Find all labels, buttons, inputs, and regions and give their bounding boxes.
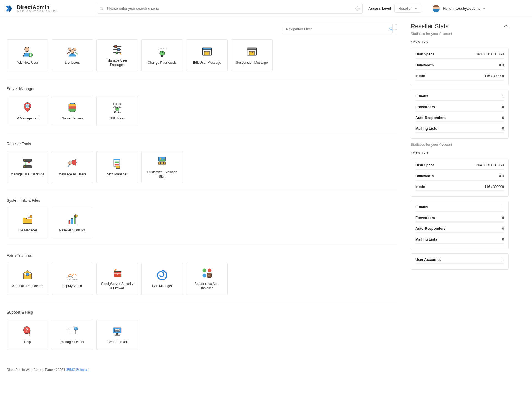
- view-more-link[interactable]: View more: [411, 150, 509, 154]
- gear-icon[interactable]: [355, 6, 360, 11]
- nav-card[interactable]: Add New User: [7, 39, 48, 71]
- stats-header[interactable]: Reseller Stats: [411, 23, 509, 30]
- svg-rect-20: [161, 55, 163, 57]
- card-label: Skin Manager: [107, 172, 127, 177]
- view-more-link[interactable]: View more: [411, 40, 509, 44]
- stat-bar: [415, 190, 504, 191]
- search-icon[interactable]: [389, 27, 393, 31]
- nav-card[interactable]: Manage User Packages: [96, 39, 138, 71]
- search-input[interactable]: [97, 4, 363, 14]
- mail-window2-icon: [246, 46, 258, 58]
- stat-row: Auto-Responders0: [415, 226, 504, 233]
- stat-row: Forwarders0: [415, 216, 504, 223]
- stat-row: Forwarders0: [415, 105, 504, 112]
- nav-card[interactable]: HELPCreate Ticket: [96, 320, 138, 350]
- stat-value: 0: [502, 127, 504, 131]
- section: System Info & FilesFile Manager$Reseller…: [7, 198, 397, 245]
- card-label: List Users: [65, 61, 80, 65]
- stat-value: 1: [502, 258, 504, 262]
- nav-card[interactable]: LVE Manager: [141, 263, 183, 295]
- svg-rect-54: [71, 218, 73, 224]
- card-label: ConfigServer Security & Firewall: [99, 282, 135, 290]
- nav-card[interactable]: Webmail: Roundcube: [7, 263, 48, 295]
- card-label: Manage Tickets: [61, 340, 84, 344]
- stat-label: Disk Space: [415, 52, 434, 56]
- svg-rect-46: [158, 162, 160, 164]
- nav-card[interactable]: phpMyAdminphpMyAdmin: [52, 263, 93, 295]
- stat-row: Bandwidth0 B: [415, 63, 504, 70]
- footer-link[interactable]: JBMC Software: [66, 368, 89, 372]
- nav-card[interactable]: Name Servers: [52, 96, 93, 126]
- svg-rect-33: [117, 107, 118, 109]
- search-icon: [99, 7, 103, 11]
- card-label: phpMyAdmin: [63, 284, 82, 288]
- nav-card[interactable]: ?Manage Tickets: [52, 320, 93, 350]
- svg-text:HELP: HELP: [115, 330, 120, 331]
- nav-card[interactable]: Manage User Backups: [7, 151, 48, 183]
- svg-rect-43: [116, 166, 120, 168]
- card-label: File Manager: [18, 228, 37, 233]
- card-label: Webmail: Roundcube: [12, 284, 44, 288]
- nav-card[interactable]: ConfigServer Security & Firewall: [96, 263, 138, 295]
- svg-rect-13: [118, 48, 120, 50]
- main-content: Add New UserList UsersManage User Packag…: [0, 17, 405, 380]
- section-title: System Info & Files: [7, 198, 397, 203]
- card-label: Message All Users: [58, 172, 86, 177]
- resize-handle[interactable]: [395, 24, 397, 34]
- svg-point-0: [100, 7, 102, 9]
- stat-bar: [415, 180, 504, 181]
- firewall-icon: [111, 267, 123, 279]
- access-level-dropdown[interactable]: Reseller: [394, 4, 421, 13]
- stat-box: E-mails1Forwarders0Auto-Responders0Maili…: [411, 90, 509, 139]
- nav-card[interactable]: Suspension Message: [231, 39, 273, 71]
- stat-row: E-mails1: [415, 94, 504, 101]
- stat-row: Mailing Lists0: [415, 126, 504, 133]
- nav-card[interactable]: List Users: [52, 39, 93, 71]
- avatar[interactable]: [433, 5, 440, 12]
- card-label: Change Passwords: [148, 61, 177, 65]
- servers-arrows-icon: [21, 157, 34, 170]
- card-label: Add New User: [17, 61, 38, 65]
- navigation-filter-input[interactable]: [282, 24, 393, 34]
- nav-card[interactable]: Message All Users: [52, 151, 93, 183]
- chevron-down-icon: [415, 8, 417, 9]
- nav-card[interactable]: 011 1010 10110 01SSH Keys: [96, 96, 138, 126]
- nav-card[interactable]: File Manager: [7, 208, 48, 238]
- stat-value: 0 B: [499, 174, 504, 178]
- svg-rect-42: [115, 164, 119, 166]
- nav-card[interactable]: Edit User Message: [186, 39, 228, 71]
- svg-point-38: [68, 162, 71, 165]
- nav-card[interactable]: ?Help: [7, 320, 48, 350]
- password-icon: *****: [156, 46, 168, 58]
- svg-point-67: [203, 274, 207, 278]
- card-label: Create Ticket: [108, 340, 127, 344]
- nav-card[interactable]: *****Change Passwords: [141, 39, 183, 71]
- logo[interactable]: DirectAdmin web control panel: [6, 4, 58, 13]
- card-label: Help: [24, 340, 31, 344]
- stat-value: 1: [502, 205, 504, 209]
- nav-card[interactable]: IP Management: [7, 96, 48, 126]
- search-wrap: [97, 4, 363, 14]
- card-label: IP Management: [16, 116, 39, 121]
- svg-rect-11: [115, 45, 117, 47]
- nav-card[interactable]: Skin Manager: [96, 151, 138, 183]
- svg-rect-25: [247, 48, 257, 49]
- stat-row: Inode116 / 300000: [415, 74, 504, 81]
- ssh-key-icon: 011 1010 10110 01: [111, 101, 123, 114]
- user-menu[interactable]: Hello, nexusbytesdemo: [443, 6, 485, 11]
- logo-icon: [6, 4, 14, 13]
- grid-picture-icon: [156, 155, 168, 167]
- svg-point-52: [30, 215, 32, 218]
- nav-card[interactable]: SSoftaculous Auto Installer: [186, 263, 228, 295]
- stat-row: Auto-Responders0: [415, 116, 504, 122]
- stat-row: Bandwidth0 B: [415, 174, 504, 181]
- svg-point-37: [24, 166, 25, 167]
- stat-value: 0: [502, 116, 504, 120]
- section: Server ManagerIP ManagementName Servers0…: [7, 86, 397, 133]
- stat-row: Inode116 / 300000: [415, 185, 504, 191]
- nav-card[interactable]: Customize Evolution Skin: [141, 151, 183, 183]
- db-stack-icon: [66, 101, 78, 114]
- card-label: Customize Evolution Skin: [144, 170, 180, 179]
- nav-card[interactable]: $Reseller Statistics: [52, 208, 93, 238]
- stat-row: User Accounts1: [415, 257, 504, 264]
